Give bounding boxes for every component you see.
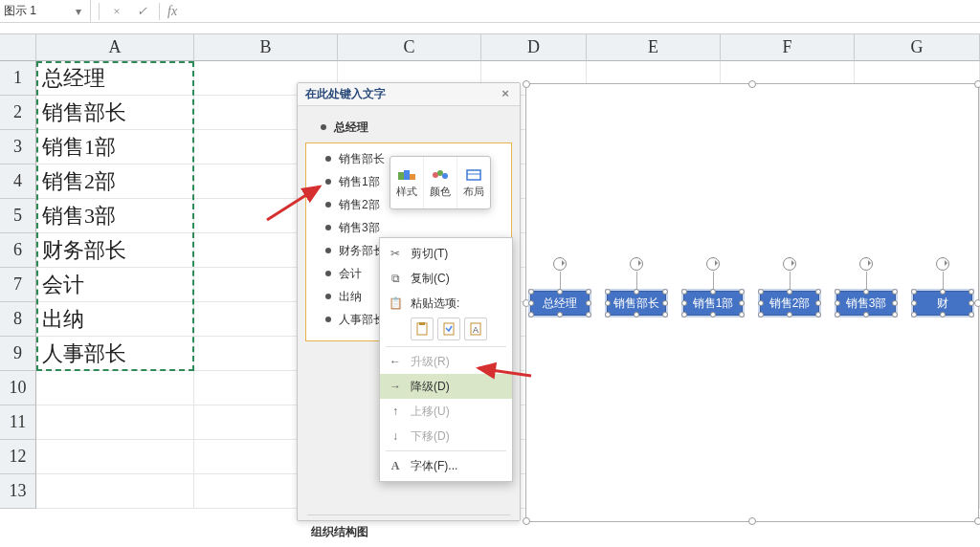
org-node[interactable]: 销售1部 [683, 291, 743, 316]
org-node[interactable]: 财 [913, 291, 972, 316]
confirm-icon[interactable]: ✓ [132, 4, 151, 19]
menu-cut[interactable]: ✂ 剪切(T) [380, 241, 512, 266]
mini-color-button[interactable]: 颜色 [424, 157, 457, 208]
resize-handle[interactable] [863, 312, 869, 317]
cell[interactable]: 销售2部 [36, 164, 194, 199]
rotate-handle-icon[interactable] [553, 257, 567, 271]
resize-handle[interactable] [911, 312, 917, 317]
resize-handle[interactable] [634, 289, 639, 295]
resize-handle[interactable] [681, 289, 687, 295]
row-header[interactable]: 7 [0, 268, 36, 302]
cell[interactable] [36, 474, 194, 509]
resize-handle[interactable] [662, 312, 668, 317]
resize-handle[interactable] [523, 517, 530, 525]
cell[interactable]: 销售1部 [36, 130, 194, 164]
row-header[interactable]: 4 [0, 164, 36, 199]
col-header-F[interactable]: F [721, 34, 855, 61]
fx-icon[interactable]: fx [167, 4, 177, 19]
name-box-dropdown-icon[interactable]: ▾ [71, 4, 86, 19]
row-header[interactable]: 8 [0, 302, 36, 337]
row-header[interactable]: 1 [0, 61, 36, 96]
resize-handle[interactable] [748, 517, 756, 525]
resize-handle[interactable] [528, 312, 534, 317]
smartart-item[interactable]: 总经理 [317, 116, 504, 139]
row-header[interactable]: 13 [0, 474, 36, 509]
rotate-handle-icon[interactable] [783, 257, 796, 271]
resize-handle[interactable] [739, 312, 745, 317]
resize-handle[interactable] [557, 312, 563, 317]
resize-handle[interactable] [758, 300, 764, 306]
resize-handle[interactable] [528, 289, 534, 295]
resize-handle[interactable] [586, 300, 591, 306]
resize-handle[interactable] [969, 289, 974, 295]
resize-handle[interactable] [758, 289, 764, 295]
row-header[interactable]: 6 [0, 233, 36, 268]
resize-handle[interactable] [815, 300, 821, 306]
resize-handle[interactable] [911, 289, 917, 295]
paste-option-3[interactable]: A [464, 317, 487, 340]
resize-handle[interactable] [748, 80, 756, 88]
resize-handle[interactable] [557, 289, 563, 295]
resize-handle[interactable] [892, 289, 898, 295]
row-header[interactable]: 11 [0, 405, 36, 440]
resize-handle[interactable] [815, 312, 821, 317]
org-node[interactable]: 销售2部 [760, 291, 819, 316]
col-header-C[interactable]: C [338, 34, 481, 61]
col-header-G[interactable]: G [855, 34, 980, 61]
row-header[interactable]: 3 [0, 130, 36, 164]
resize-handle[interactable] [940, 289, 946, 295]
resize-handle[interactable] [815, 289, 821, 295]
name-box-container[interactable]: 图示 1 ▾ [0, 0, 91, 22]
paste-option-1[interactable] [411, 317, 434, 340]
cell[interactable] [36, 440, 194, 474]
resize-handle[interactable] [739, 289, 745, 295]
cell[interactable]: 会计 [36, 268, 194, 302]
resize-handle[interactable] [892, 312, 898, 317]
cell[interactable]: 出纳 [36, 302, 194, 337]
resize-handle[interactable] [523, 80, 530, 88]
row-header[interactable]: 10 [0, 371, 36, 405]
resize-handle[interactable] [974, 517, 980, 525]
row-header[interactable]: 2 [0, 96, 36, 130]
mini-layout-button[interactable]: 布局 [457, 157, 490, 208]
cell[interactable]: 销售部长 [36, 96, 194, 130]
menu-copy[interactable]: ⧉ 复制(C) [380, 266, 512, 291]
resize-handle[interactable] [969, 300, 974, 306]
col-header-D[interactable]: D [481, 34, 587, 61]
smartart-canvas[interactable]: 总经理销售部长销售1部销售2部销售3部财 [525, 83, 979, 522]
resize-handle[interactable] [739, 300, 745, 306]
resize-handle[interactable] [892, 300, 898, 306]
resize-handle[interactable] [710, 312, 716, 317]
cell[interactable] [36, 371, 194, 405]
cell[interactable] [36, 405, 194, 440]
cancel-icon[interactable]: × [107, 4, 126, 19]
resize-handle[interactable] [863, 289, 869, 295]
resize-handle[interactable] [681, 312, 687, 317]
resize-handle[interactable] [662, 300, 668, 306]
org-node[interactable]: 销售3部 [836, 291, 896, 316]
cell[interactable]: 人事部长 [36, 337, 194, 371]
close-icon[interactable]: × [499, 88, 512, 101]
resize-handle[interactable] [787, 289, 792, 295]
rotate-handle-icon[interactable] [859, 257, 873, 271]
row-header[interactable]: 12 [0, 440, 36, 474]
resize-handle[interactable] [758, 312, 764, 317]
resize-handle[interactable] [787, 312, 792, 317]
resize-handle[interactable] [710, 289, 716, 295]
resize-handle[interactable] [605, 312, 611, 317]
rotate-handle-icon[interactable] [630, 257, 643, 271]
resize-handle[interactable] [662, 289, 668, 295]
paste-option-2[interactable] [437, 317, 460, 340]
cell[interactable]: 销售3部 [36, 199, 194, 233]
resize-handle[interactable] [940, 312, 946, 317]
resize-handle[interactable] [605, 300, 611, 306]
resize-handle[interactable] [605, 289, 611, 295]
name-box[interactable]: 图示 1 [4, 3, 71, 19]
menu-font[interactable]: A 字体(F)... [380, 453, 512, 478]
mini-style-button[interactable]: 样式 [390, 157, 424, 208]
resize-handle[interactable] [911, 300, 917, 306]
cell[interactable]: 总经理 [36, 61, 194, 96]
resize-handle[interactable] [974, 80, 980, 88]
smartart-item[interactable]: 销售3部 [308, 216, 509, 239]
menu-demote[interactable]: → 降级(D) [380, 374, 512, 399]
